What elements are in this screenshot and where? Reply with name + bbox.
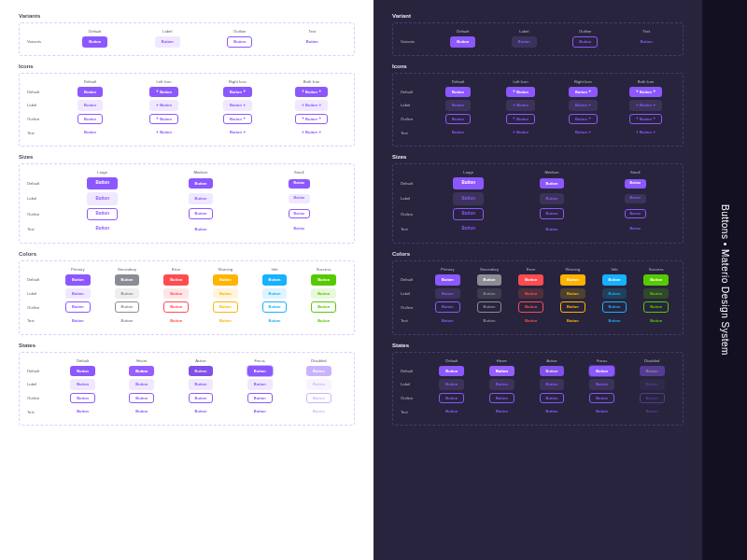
label-button[interactable]: Button: [289, 194, 310, 203]
label-button[interactable]: +Button: [149, 100, 178, 111]
text-button[interactable]: Button: [477, 315, 502, 327]
default-button[interactable]: Button: [129, 366, 154, 377]
outline-button[interactable]: Button: [572, 36, 598, 48]
outline-button[interactable]: +Button: [149, 114, 178, 125]
outline-button[interactable]: +Button+: [629, 114, 662, 125]
text-button[interactable]: Button: [306, 406, 331, 417]
label-button[interactable]: Button: [70, 379, 95, 390]
label-button[interactable]: Button: [512, 36, 537, 48]
text-button[interactable]: Button+: [223, 127, 252, 138]
default-button[interactable]: Button: [453, 177, 484, 189]
default-button[interactable]: Button+: [569, 87, 598, 98]
text-button[interactable]: Button: [435, 315, 460, 327]
label-button[interactable]: Button+: [569, 100, 598, 111]
text-button[interactable]: Button: [247, 406, 273, 417]
outline-button[interactable]: Button: [87, 208, 118, 220]
default-button[interactable]: Button: [70, 366, 95, 377]
label-button[interactable]: Button: [155, 36, 180, 48]
outline-button[interactable]: Button: [213, 301, 238, 313]
outline-button[interactable]: Button: [589, 393, 614, 404]
outline-button[interactable]: Button: [70, 393, 95, 404]
outline-button[interactable]: Button: [445, 114, 471, 125]
default-button[interactable]: Button: [625, 179, 646, 189]
outline-button[interactable]: Button+: [569, 114, 598, 125]
default-button[interactable]: Button: [311, 274, 336, 286]
text-button[interactable]: +Button+: [629, 127, 662, 138]
label-button[interactable]: Button: [115, 288, 140, 300]
text-button[interactable]: +Button: [149, 127, 178, 138]
text-button[interactable]: Button: [453, 223, 484, 235]
default-button[interactable]: +Button: [149, 87, 178, 98]
text-button[interactable]: Button: [213, 315, 238, 327]
outline-button[interactable]: Button: [540, 393, 565, 404]
outline-button[interactable]: Button: [247, 393, 273, 404]
outline-button[interactable]: Button: [640, 393, 665, 404]
text-button[interactable]: Button: [311, 315, 336, 327]
label-button[interactable]: Button: [311, 288, 336, 300]
outline-button[interactable]: Button: [311, 301, 336, 313]
outline-button[interactable]: Button: [129, 393, 154, 404]
outline-button[interactable]: Button: [477, 301, 502, 313]
label-button[interactable]: Button: [213, 288, 238, 300]
outline-button[interactable]: Button: [78, 114, 103, 125]
default-button[interactable]: Button: [78, 87, 103, 98]
default-button[interactable]: Button: [435, 274, 460, 286]
outline-button[interactable]: Button: [227, 36, 252, 48]
default-button[interactable]: Button: [82, 36, 107, 48]
label-button[interactable]: +Button+: [295, 100, 328, 111]
outline-button[interactable]: Button: [540, 208, 565, 219]
outline-button[interactable]: Button: [560, 301, 585, 313]
default-button[interactable]: Button: [262, 274, 288, 286]
text-button[interactable]: Button: [625, 224, 646, 233]
text-button[interactable]: Button: [518, 315, 543, 327]
default-button[interactable]: Button: [306, 366, 331, 377]
text-button[interactable]: +Button+: [295, 127, 328, 138]
text-button[interactable]: Button: [70, 406, 95, 417]
text-button[interactable]: Button: [87, 223, 118, 235]
outline-button[interactable]: Button: [625, 209, 646, 218]
text-button[interactable]: Button: [540, 224, 565, 235]
default-button[interactable]: Button: [163, 274, 189, 286]
label-button[interactable]: Button: [163, 288, 189, 300]
text-button[interactable]: Button: [289, 224, 310, 233]
default-button[interactable]: Button: [450, 36, 475, 48]
default-button[interactable]: Button: [560, 274, 585, 286]
text-button[interactable]: Button: [189, 224, 214, 235]
outline-button[interactable]: Button: [115, 301, 140, 313]
default-button[interactable]: +Button+: [629, 87, 662, 98]
default-button[interactable]: Button: [640, 366, 665, 377]
outline-button[interactable]: Button: [262, 301, 288, 313]
outline-button[interactable]: Button: [518, 301, 543, 313]
default-button[interactable]: Button: [213, 274, 238, 286]
outline-button[interactable]: Button: [163, 301, 189, 313]
outline-button[interactable]: Button: [453, 208, 484, 220]
text-button[interactable]: Button: [439, 406, 464, 417]
label-button[interactable]: Button: [87, 192, 118, 204]
label-button[interactable]: Button: [189, 193, 214, 204]
default-button[interactable]: Button: [289, 179, 310, 189]
text-button[interactable]: Button: [78, 127, 103, 138]
label-button[interactable]: Button: [540, 379, 565, 390]
default-button[interactable]: Button: [540, 366, 565, 377]
text-button[interactable]: Button: [643, 315, 669, 327]
text-button[interactable]: Button: [602, 315, 627, 327]
label-button[interactable]: Button: [602, 288, 627, 300]
label-button[interactable]: Button: [643, 288, 669, 300]
default-button[interactable]: Button: [477, 274, 502, 286]
default-button[interactable]: Button: [540, 178, 565, 189]
label-button[interactable]: +Button: [506, 100, 535, 111]
default-button[interactable]: Button: [439, 366, 464, 377]
label-button[interactable]: Button: [306, 379, 331, 390]
default-button[interactable]: Button: [602, 274, 627, 286]
text-button[interactable]: Button: [189, 406, 214, 417]
label-button[interactable]: Button: [625, 194, 646, 203]
text-button[interactable]: Button: [560, 315, 585, 327]
outline-button[interactable]: +Button+: [295, 114, 328, 125]
outline-button[interactable]: Button: [435, 301, 460, 313]
label-button[interactable]: Button: [540, 193, 565, 204]
label-button[interactable]: Button: [518, 288, 543, 300]
default-button[interactable]: Button: [589, 366, 614, 377]
text-button[interactable]: Button: [540, 406, 565, 417]
default-button[interactable]: Button: [189, 366, 214, 377]
default-button[interactable]: +Button+: [295, 87, 328, 98]
